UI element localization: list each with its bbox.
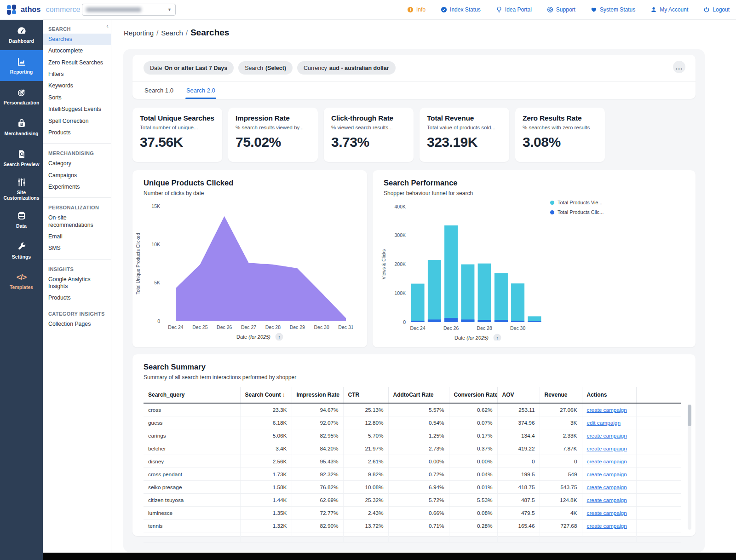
column-header-actions[interactable]: Actions <box>582 387 636 403</box>
kpi-title: Zero Results Rate <box>523 114 598 122</box>
subnav: ‹ SEARCHSearchesAutocompleteZero Result … <box>43 19 111 553</box>
breadcrumb: Reporting / Search / Searches <box>124 28 229 38</box>
topbar: athos commerce ▼ InfoIndex StatusIdea Po… <box>0 0 736 20</box>
database-icon <box>16 211 27 221</box>
tab-search-2-0[interactable]: Search 2.0 <box>186 82 215 99</box>
subnav-item-collection-pages[interactable]: Collection Pages <box>43 318 111 330</box>
subnav-item-sms[interactable]: SMS <box>43 242 111 254</box>
topnav-item-index-status[interactable]: Index Status <box>441 6 481 13</box>
create-campaign-link[interactable]: create campaign <box>587 458 627 465</box>
sidebar-item-reporting[interactable]: Reporting <box>0 50 43 81</box>
table-scrollbar-thumb[interactable] <box>688 405 691 426</box>
cell-blank <box>240 532 292 543</box>
cell-blank <box>636 455 681 468</box>
cell-ctr: 2.43% <box>343 507 388 520</box>
subnav-item-autocomplete[interactable]: Autocomplete <box>43 45 111 57</box>
column-header-impression-rate[interactable]: Impression Rate <box>292 387 343 403</box>
sidebar-item-merchandising[interactable]: Merchandising <box>0 112 43 143</box>
cell-aov: 0 <box>497 455 540 468</box>
subnav-item-filters[interactable]: Filters <box>43 69 111 80</box>
filter-card: DateOn or after Last 7 DaysSearch(Select… <box>132 55 696 99</box>
subnav-item-products[interactable]: Products <box>43 127 111 139</box>
subnav-item-products[interactable]: Products <box>43 292 111 304</box>
cell-revenue: 0 <box>540 455 582 468</box>
sidebar-item-site-customizations[interactable]: Site Customizations <box>0 173 43 204</box>
create-campaign-link[interactable]: create campaign <box>587 471 627 478</box>
subnav-item-campaigns[interactable]: Campaigns <box>43 170 111 181</box>
subnav-item-zero-result-searches[interactable]: Zero Result Searches <box>43 57 111 69</box>
edit-campaign-link[interactable]: edit campaign <box>587 420 621 426</box>
filter-chip-row: DateOn or after Last 7 DaysSearch(Select… <box>144 61 396 75</box>
topnav-item-logout[interactable]: Logout <box>703 6 730 13</box>
subnav-item-email[interactable]: Email <box>43 231 111 242</box>
kpi-card-total-revenue: Total RevenueTotal value of products sol… <box>420 108 509 162</box>
cell-revenue: 2.33K <box>540 429 582 442</box>
chevron-down-icon: ▼ <box>167 7 172 12</box>
subnav-item-intellisuggest-events[interactable]: IntelliSuggest Events <box>43 104 111 115</box>
column-header-revenue[interactable]: Revenue <box>540 387 582 403</box>
sidebar: DashboardReportingPersonalizationMerchan… <box>0 19 43 560</box>
create-campaign-link[interactable]: create campaign <box>587 445 627 452</box>
sliders-icon <box>16 177 27 187</box>
sidebar-item-personalization[interactable]: Personalization <box>0 81 43 112</box>
sidebar-item-dashboard[interactable]: Dashboard <box>0 19 43 50</box>
subnav-item-sorts[interactable]: Sorts <box>43 92 111 104</box>
sidebar-item-templates[interactable]: </>Templates <box>0 266 43 297</box>
filter-chip-date[interactable]: DateOn or after Last 7 Days <box>144 61 234 75</box>
subnav-item-keywords[interactable]: Keywords <box>43 80 111 92</box>
brand-logo[interactable]: athos commerce <box>6 4 80 15</box>
cell-impression_rate: 92.32% <box>292 468 343 481</box>
cell-impression_rate: 76.82% <box>292 481 343 494</box>
breadcrumb-reporting[interactable]: Reporting <box>124 29 154 37</box>
subnav-item-category[interactable]: Category <box>43 158 111 169</box>
filter-chip-search[interactable]: Search(Select) <box>238 61 293 75</box>
svg-text:0: 0 <box>403 319 406 325</box>
column-header-addtocart-rate[interactable]: AddtoCart Rate <box>388 387 449 403</box>
subnav-item-experiments[interactable]: Experiments <box>43 181 111 193</box>
table-row: luminesce1.35K72.77%2.43%0.66%0.08%479.5… <box>144 507 681 520</box>
svg-text:Dec 28: Dec 28 <box>477 325 492 331</box>
breadcrumb-search[interactable]: Search <box>161 29 183 37</box>
column-header-search-query[interactable]: Search_query <box>144 387 240 403</box>
column-header-search-count[interactable]: Search Count ↓ <box>240 387 292 403</box>
table-scrollbar-track[interactable] <box>688 404 691 530</box>
subnav-item-google-analytics-insights[interactable]: Google Analytics Insights <box>43 274 111 293</box>
cell-addtocart_rate: 1.25% <box>388 429 449 442</box>
tab-search-1-0[interactable]: Search 1.0 <box>144 82 173 99</box>
sidebar-item-search-preview[interactable]: Search Preview <box>0 143 43 173</box>
sidebar-item-data[interactable]: Data <box>0 204 43 235</box>
subnav-item-on-site-recommendations[interactable]: On-site recommendations <box>43 212 111 231</box>
create-campaign-link[interactable]: create campaign <box>587 497 627 503</box>
sidebar-label-dashboard: Dashboard <box>8 38 35 44</box>
create-campaign-link[interactable]: create campaign <box>587 510 627 516</box>
cell-search_count: 1.35K <box>240 507 292 520</box>
filter-chip-currency[interactable]: Currencyaud - australian dollar <box>297 61 396 75</box>
subnav-collapse-icon[interactable]: ‹ <box>106 22 109 29</box>
cell-impression_rate: 95.43% <box>292 455 343 468</box>
column-header-aov[interactable]: AOV <box>497 387 540 403</box>
wrench-icon <box>16 242 27 252</box>
column-header-conversion-rate[interactable]: Conversion Rate <box>449 387 497 403</box>
more-options-button[interactable]: ... <box>673 61 685 73</box>
topnav-item-info[interactable]: Info <box>407 6 426 13</box>
cell-query: earings <box>144 429 240 442</box>
create-campaign-link[interactable]: create campaign <box>587 407 627 413</box>
column-header-ctr[interactable]: CTR <box>343 387 388 403</box>
column-header-blank[interactable] <box>636 387 681 403</box>
svg-text:100K: 100K <box>394 290 406 296</box>
sidebar-label-site-customizations: Site Customizations <box>0 190 43 201</box>
sidebar-item-settings[interactable]: Settings <box>0 235 43 266</box>
subnav-item-spell-correction[interactable]: Spell Correction <box>43 115 111 127</box>
topnav-item-idea-portal[interactable]: Idea Portal <box>496 6 532 13</box>
svg-text:10K: 10K <box>151 242 160 247</box>
create-campaign-link[interactable]: create campaign <box>587 484 627 491</box>
create-campaign-link[interactable]: create campaign <box>587 523 627 529</box>
topnav-item-my-account[interactable]: My Account <box>650 6 688 13</box>
cell-revenue: 549 <box>540 468 582 481</box>
topnav-item-support[interactable]: Support <box>547 6 575 13</box>
bag-icon <box>16 118 27 128</box>
account-selector[interactable]: ▼ <box>82 4 176 16</box>
topnav-item-system-status[interactable]: System Status <box>591 6 635 13</box>
subnav-item-searches[interactable]: Searches <box>43 34 111 45</box>
create-campaign-link[interactable]: create campaign <box>587 433 627 439</box>
